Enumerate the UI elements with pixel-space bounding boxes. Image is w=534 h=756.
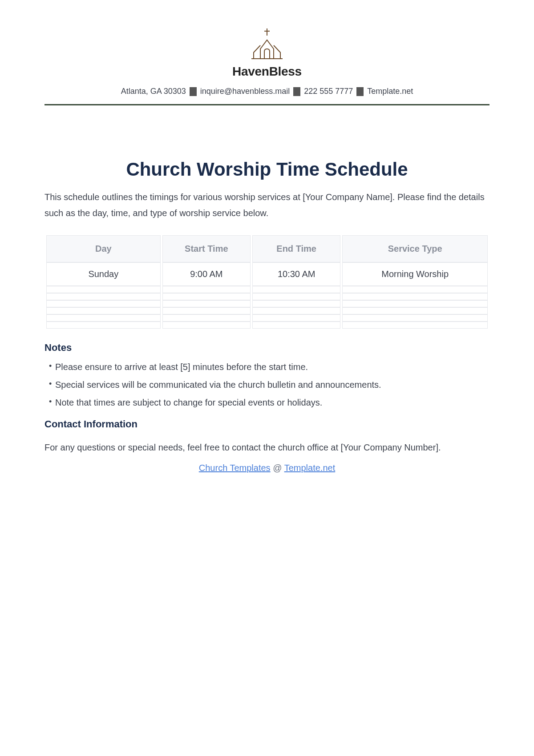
table-row [46, 314, 488, 322]
column-header-service: Service Type [342, 235, 488, 262]
header-info: Atlanta, GA 30303 inquire@havenbless.mai… [44, 87, 490, 96]
list-item: Please ensure to arrive at least [5] min… [44, 359, 490, 375]
empty-cell [162, 293, 251, 300]
logo-container [44, 27, 490, 62]
empty-cell [46, 293, 161, 300]
empty-cell [162, 322, 251, 329]
list-item: Special services will be communicated vi… [44, 377, 490, 393]
cell-day: Sunday [46, 262, 161, 286]
contact-heading: Contact Information [44, 418, 490, 430]
empty-cell [162, 300, 251, 307]
empty-cell [46, 300, 161, 307]
header-email: inquire@havenbless.mail [197, 87, 293, 96]
intro-paragraph: This schedule outlines the timings for v… [44, 189, 490, 221]
empty-cell [46, 314, 161, 322]
footer-separator: @ [271, 463, 284, 473]
table-row [46, 293, 488, 300]
column-header-end: End Time [252, 235, 340, 262]
empty-cell [252, 300, 340, 307]
column-header-day: Day [46, 235, 161, 262]
empty-cell [342, 286, 488, 293]
table-row [46, 307, 488, 314]
table-row [46, 322, 488, 329]
divider-icon [293, 87, 300, 96]
empty-cell [342, 293, 488, 300]
brand-name: HavenBless [44, 64, 490, 79]
divider-icon [190, 87, 197, 96]
empty-cell [162, 286, 251, 293]
cell-start: 9:00 AM [162, 262, 251, 286]
cell-service: Morning Worship [342, 262, 488, 286]
empty-cell [342, 314, 488, 322]
empty-cell [342, 322, 488, 329]
empty-cell [252, 314, 340, 322]
empty-cell [46, 322, 161, 329]
empty-cell [162, 307, 251, 314]
empty-cell [162, 314, 251, 322]
header-site: Template.net [364, 87, 417, 96]
empty-cell [252, 307, 340, 314]
footer-link-templates[interactable]: Church Templates [199, 463, 271, 473]
column-header-start: Start Time [162, 235, 251, 262]
empty-cell [46, 286, 161, 293]
contact-text: For any questions or special needs, feel… [44, 439, 490, 456]
list-item: Note that times are subject to change fo… [44, 394, 490, 410]
schedule-table: Day Start Time End Time Service Type Sun… [44, 235, 490, 329]
divider-icon [356, 87, 364, 96]
table-header-row: Day Start Time End Time Service Type [46, 235, 488, 262]
empty-cell [342, 300, 488, 307]
table-row [46, 300, 488, 307]
table-row [46, 286, 488, 293]
notes-heading: Notes [44, 342, 490, 354]
empty-cell [252, 293, 340, 300]
notes-list: Please ensure to arrive at least [5] min… [44, 359, 490, 410]
footer-links: Church Templates @ Template.net [44, 463, 490, 473]
document-header: HavenBless Atlanta, GA 30303 inquire@hav… [44, 27, 490, 105]
empty-cell [252, 286, 340, 293]
empty-cell [46, 307, 161, 314]
footer-link-site[interactable]: Template.net [284, 463, 336, 473]
header-phone: 222 555 7777 [300, 87, 356, 96]
empty-cell [342, 307, 488, 314]
cell-end: 10:30 AM [252, 262, 340, 286]
table-row: Sunday 9:00 AM 10:30 AM Morning Worship [46, 262, 488, 286]
church-logo-icon [245, 27, 289, 62]
document-title: Church Worship Time Schedule [44, 159, 490, 180]
header-location: Atlanta, GA 30303 [117, 87, 190, 96]
empty-cell [252, 322, 340, 329]
